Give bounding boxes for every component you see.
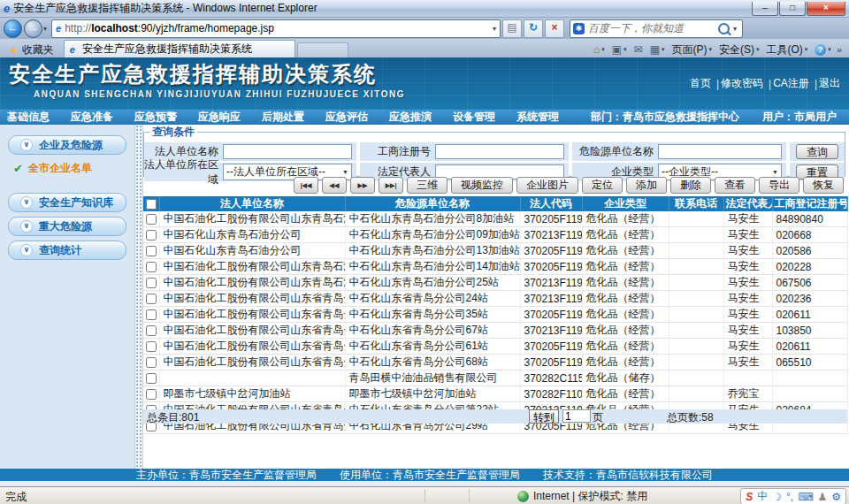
header-link[interactable]: 修改密码 bbox=[721, 76, 763, 91]
toolbar-button[interactable]: 导出 bbox=[759, 177, 799, 194]
ime-settings-icon[interactable]: ⚙ bbox=[831, 491, 841, 503]
row-checkbox[interactable] bbox=[146, 373, 157, 384]
forward-button[interactable]: → bbox=[24, 19, 42, 38]
row-checkbox[interactable] bbox=[146, 357, 157, 368]
hazard-name-input[interactable] bbox=[658, 144, 782, 159]
table-row[interactable]: 中国石化山东青岛石油分公司中石化山东青岛石油分公司09加油站370213F119… bbox=[143, 227, 847, 243]
nav-item[interactable]: 应急响应 bbox=[198, 110, 241, 125]
browser-tab[interactable]: e 安全生产应急救援指挥辅助决策系统 bbox=[64, 40, 295, 57]
ime-halfwidth-icon[interactable]: ☽ bbox=[772, 491, 782, 503]
more-commands-icon[interactable]: » bbox=[835, 44, 844, 55]
row-checkbox[interactable] bbox=[146, 294, 157, 304]
page-number-input[interactable] bbox=[562, 409, 591, 423]
minimize-button[interactable]: – bbox=[752, 2, 778, 16]
table-row[interactable]: 中国石化山东青岛石油分公司中石化山东青岛石油分公司13加油站370205F119… bbox=[143, 243, 847, 259]
table-row[interactable]: 中国石油化工股份有限公司山东省青岛分公司中石化山东省青岛分公司24站370213… bbox=[143, 291, 847, 307]
goto-page-button[interactable]: 转到 bbox=[529, 409, 559, 424]
nav-item[interactable]: 应急推演 bbox=[389, 110, 432, 125]
header-link[interactable]: 退出 bbox=[819, 76, 840, 91]
row-checkbox[interactable] bbox=[146, 246, 157, 256]
nav-item[interactable]: 应急评估 bbox=[325, 110, 368, 125]
row-checkbox[interactable] bbox=[146, 214, 157, 225]
nav-item[interactable]: 基础信息 bbox=[7, 110, 50, 125]
table-cell bbox=[669, 259, 723, 275]
legal-name-input[interactable] bbox=[223, 144, 352, 159]
sidebar-group[interactable]: ∨安全生产知识库 bbox=[8, 193, 126, 212]
address-input[interactable]: e http://localhost:90/yjzh/frame/homepag… bbox=[51, 19, 501, 38]
toolbar-button[interactable]: 企业图片 bbox=[516, 177, 578, 194]
ime-language-toggle[interactable]: 中 bbox=[757, 489, 768, 504]
row-checkbox[interactable] bbox=[146, 389, 157, 400]
pager-button[interactable]: ▶▶| bbox=[379, 177, 403, 194]
header-link[interactable]: CA注册 bbox=[773, 76, 809, 91]
toolbar-button[interactable]: 添加 bbox=[626, 177, 667, 194]
department-label: 部门：青岛市应急救援指挥中心 bbox=[591, 110, 739, 125]
table-row[interactable]: 中国石油化工股份有限公司山东省青岛分公司中石化山东省青岛分公司35站370205… bbox=[143, 307, 847, 323]
safety-menu[interactable]: 安全(S)▾ bbox=[715, 42, 763, 57]
sidebar-group[interactable]: ∨查询统计 bbox=[8, 241, 126, 260]
nav-item[interactable]: 设备管理 bbox=[453, 110, 495, 125]
select-arrow-icon: ▼ bbox=[772, 169, 778, 175]
table-row[interactable]: 中国石油化工股份有限公司山东青岛石油分公司中石化山东青岛石油分公司14加油站37… bbox=[143, 259, 847, 275]
table-row[interactable]: 青岛田横中油油品销售有限公司370282C115602危化品（储存） bbox=[143, 370, 847, 386]
toolbar-button[interactable]: 三维 bbox=[407, 177, 447, 194]
tools-menu[interactable]: 工具(O)▾ bbox=[763, 42, 812, 57]
row-checkbox[interactable] bbox=[146, 278, 157, 288]
history-dropdown-icon[interactable]: ▾ bbox=[43, 25, 47, 33]
home-button[interactable]: ⌂▾ bbox=[590, 42, 608, 57]
pager-button[interactable]: ▶▶ bbox=[350, 177, 375, 194]
toolbar-button[interactable]: 恢复 bbox=[803, 177, 844, 194]
read-mail-button[interactable]: ✉ bbox=[631, 42, 646, 57]
pager-button[interactable]: ◀◀ bbox=[322, 177, 347, 194]
new-tab-button[interactable] bbox=[297, 42, 348, 57]
ime-keyboard-icon[interactable]: ⌨ bbox=[798, 491, 813, 503]
table-row[interactable]: 即墨市七级镇中岔河加油站即墨市七级镇中岔河加油站370282F110063危化品… bbox=[143, 386, 847, 402]
table-cell bbox=[669, 386, 723, 402]
nav-item[interactable]: 应急预警 bbox=[134, 110, 177, 125]
address-dropdown-icon[interactable]: ▾ bbox=[493, 25, 496, 33]
toolbar-button[interactable]: 视频监控 bbox=[451, 177, 513, 194]
sidebar-item-label: 全市企业名单 bbox=[28, 161, 92, 176]
stop-button[interactable]: × bbox=[545, 19, 564, 38]
table-row[interactable]: 中国石油化工股份有限公司山东省青岛分公司中石化山东省青岛分公司61站370205… bbox=[143, 339, 847, 355]
browser-search-input[interactable]: ✱ 百度一下，你就知道 ▾ bbox=[570, 19, 743, 38]
toolbar-button[interactable]: 查看 bbox=[715, 177, 755, 194]
print-button[interactable]: ▦▾ bbox=[646, 42, 669, 57]
toolbar-button[interactable]: 删除 bbox=[670, 177, 711, 194]
help-menu[interactable]: ?▾ bbox=[811, 42, 835, 57]
table-row[interactable]: 中国石油化工股份有限公司山东青岛石油分公司中石化山东青岛石油分公司25站3702… bbox=[143, 275, 847, 291]
ime-user-icon[interactable]: ♟ bbox=[817, 491, 827, 503]
query-button[interactable]: 查询 bbox=[796, 144, 838, 159]
select-all-checkbox[interactable] bbox=[146, 199, 157, 210]
sidebar-group[interactable]: ∨企业及危险源 bbox=[8, 135, 126, 155]
sogou-icon[interactable]: S bbox=[746, 491, 753, 503]
nav-item[interactable]: 系统管理 bbox=[516, 110, 559, 125]
maximize-button[interactable]: □ bbox=[779, 2, 806, 16]
nav-item[interactable]: 后期处置 bbox=[262, 110, 304, 125]
row-checkbox[interactable] bbox=[146, 309, 157, 320]
pager-button[interactable]: |◀◀ bbox=[294, 177, 318, 194]
search-icon[interactable] bbox=[718, 23, 730, 34]
favorites-button[interactable]: ★ 收藏夹 bbox=[3, 42, 60, 57]
toolbar-button[interactable]: 定位 bbox=[582, 177, 623, 194]
row-checkbox[interactable] bbox=[146, 341, 157, 352]
row-checkbox[interactable] bbox=[146, 262, 157, 272]
table-row[interactable]: 中国石油化工股份有限公司山东省青岛分公司中石化山东省青岛分公司67站370213… bbox=[143, 323, 847, 339]
compatibility-view-button[interactable]: ▤ bbox=[502, 19, 522, 38]
sidebar-item-active[interactable]: ✔全市企业名单 bbox=[13, 161, 134, 176]
header-link[interactable]: 首页 bbox=[690, 76, 711, 91]
feeds-button[interactable]: ▣▾ bbox=[608, 42, 631, 57]
back-button[interactable]: ← bbox=[4, 19, 22, 38]
table-row[interactable]: 中国石油化工股份有限公司山东省青岛分公司中石化山东省青岛分公司68站370205… bbox=[143, 355, 847, 370]
nav-item[interactable]: 应急准备 bbox=[71, 110, 113, 125]
search-dropdown-icon[interactable]: ▾ bbox=[733, 25, 737, 33]
row-checkbox[interactable] bbox=[146, 325, 157, 336]
reg-no-input[interactable] bbox=[435, 144, 564, 159]
page-menu[interactable]: 页面(P)▾ bbox=[668, 42, 715, 57]
close-button[interactable]: × bbox=[807, 2, 845, 16]
table-row[interactable]: 中国石油化工股份有限公司山东青岛石油分公司中石化山东青岛石油分公司8加油站370… bbox=[143, 211, 847, 227]
sidebar-group[interactable]: ∨重大危险源 bbox=[8, 217, 126, 236]
refresh-button[interactable]: ↻ bbox=[524, 19, 543, 38]
ime-punctuation-icon[interactable]: °, bbox=[786, 491, 793, 503]
row-checkbox[interactable] bbox=[146, 230, 157, 241]
